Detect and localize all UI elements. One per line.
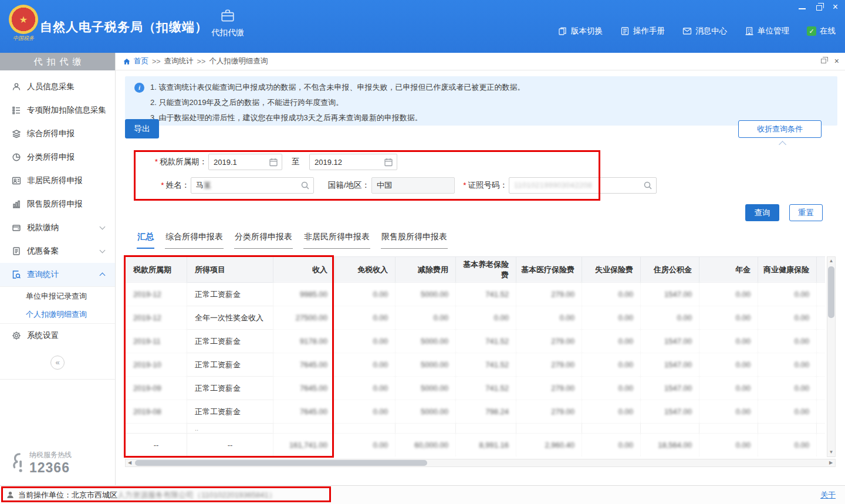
tab-summary[interactable]: 汇总: [137, 232, 154, 249]
id-number-field[interactable]: 110102199903042208: [509, 177, 657, 194]
tab-comprehensive-income[interactable]: 综合所得申报表: [165, 232, 224, 249]
breadcrumb-home[interactable]: 首页: [134, 56, 148, 66]
scroll-down-icon[interactable]: ▼: [827, 448, 835, 456]
scroll-right-icon[interactable]: ▶: [827, 459, 835, 466]
table-cell: 7645.00: [273, 353, 335, 377]
table-cell: 0.00: [582, 283, 641, 306]
sidebar-item-comprehensive-income-declaration[interactable]: 综合所得申报: [0, 122, 115, 146]
sidebar-item-unit-declaration-record-query[interactable]: 单位申报记录查询: [0, 287, 115, 305]
panel-close-icon[interactable]: ×: [834, 57, 839, 65]
table-cell: [396, 424, 456, 434]
tab-restricted-stock[interactable]: 限售股所得申报表: [381, 232, 448, 249]
wallet-icon: [12, 223, 21, 232]
nationality-label: 国籍/地区：: [324, 177, 370, 194]
table-row-partial: ..: [126, 424, 826, 434]
current-unit-value: 北京市西城区: [72, 490, 117, 500]
tab-classified-income[interactable]: 分类所得申报表: [234, 232, 293, 249]
panel-restore-icon[interactable]: [821, 59, 826, 63]
table-cell: 1547.00: [641, 377, 699, 400]
table-row: 2019-12正常工资薪金9985.000.005000.00741.52279…: [126, 283, 826, 306]
table-cell: 0.00: [335, 377, 396, 400]
tax-period-start-input[interactable]: [214, 158, 266, 167]
sidebar-menu: 人员信息采集 专项附加扣除信息采集 综合所得申报: [0, 70, 115, 347]
table-cell: 741.52: [456, 330, 516, 353]
user-icon: [6, 491, 15, 499]
close-icon[interactable]: ×: [833, 3, 838, 11]
name-field[interactable]: 马 某: [191, 177, 314, 194]
table-cell: 正常工资薪金: [187, 377, 273, 400]
export-button[interactable]: 导出: [125, 119, 159, 138]
scroll-up-icon[interactable]: ▲: [827, 257, 835, 265]
sidebar-item-restricted-stock-declaration[interactable]: 限售股所得申报: [0, 192, 115, 216]
horizontal-scrollbar[interactable]: ◀ ▶: [125, 459, 836, 467]
table-cell: [335, 424, 396, 434]
column-header: 免税收入: [335, 257, 396, 283]
table-cell: 741.52: [456, 377, 516, 400]
sidebar-item-nonresident-income-declaration[interactable]: 非居民所得申报: [0, 169, 115, 192]
tax-period-start-field[interactable]: [208, 154, 282, 170]
table-cell: 5000.00: [396, 400, 456, 424]
vertical-scroll-thumb[interactable]: [828, 266, 834, 318]
table-cell: [582, 424, 641, 434]
restore-icon[interactable]: [816, 5, 822, 11]
sidebar-item-personnel-info-collection[interactable]: 人员信息采集: [0, 75, 115, 99]
table-cell: 正常工资薪金: [187, 330, 273, 353]
tax-period-end-input[interactable]: [315, 158, 381, 167]
table-cell: 60,000.00: [396, 434, 456, 457]
sidebar-item-personal-withholding-detail-query[interactable]: 个人扣缴明细查询: [0, 305, 115, 323]
calendar-icon[interactable]: [384, 157, 393, 167]
horizontal-scroll-thumb[interactable]: [135, 460, 427, 466]
nav-manual[interactable]: 操作手册: [620, 26, 665, 36]
nationality-field[interactable]: 中国: [371, 177, 455, 194]
sidebar-collapse-row: «: [0, 347, 115, 380]
table-cell: 798.24: [456, 400, 516, 424]
sidebar-item-system-settings[interactable]: 系统设置: [0, 324, 115, 347]
tab-withholding-module[interactable]: 代扣代缴: [203, 8, 252, 38]
manual-icon: [620, 26, 630, 36]
tax-period-end-field[interactable]: [309, 154, 397, 170]
table-cell: --: [126, 434, 187, 457]
table-cell: 1547.00: [641, 283, 699, 306]
hotline-icon: [9, 451, 25, 475]
table-cell: 1547.00: [641, 400, 699, 424]
minimize-icon[interactable]: [799, 5, 806, 9]
current-unit-label: 当前操作单位：: [18, 490, 72, 500]
building-icon: [745, 26, 754, 36]
sidebar-collapse-button[interactable]: «: [50, 356, 65, 370]
table-cell: 1547.00: [641, 353, 699, 377]
breadcrumb-level1[interactable]: 查询统计: [164, 56, 194, 66]
sidebar-item-special-deduction-collection[interactable]: 专项附加扣除信息采集: [0, 99, 115, 122]
nav-version-switch[interactable]: 版本切换: [558, 26, 603, 36]
calendar-icon[interactable]: [269, 157, 278, 167]
table-cell: 正常工资薪金: [187, 400, 273, 424]
table-cell: [758, 424, 817, 434]
nav-online-status: ✓ 在线: [807, 26, 836, 36]
table-cell: 0.00: [396, 306, 456, 330]
reset-button[interactable]: 重置: [789, 204, 823, 221]
pie-chart-icon: [12, 153, 21, 162]
search-icon[interactable]: [300, 181, 310, 190]
table-cell: [817, 434, 826, 457]
tab-nonresident-income[interactable]: 非居民所得申报表: [303, 232, 370, 249]
sidebar-item-preferential-filing[interactable]: 优惠备案: [0, 239, 115, 263]
name-value-blurred: 某: [204, 180, 211, 191]
table-cell: 279.00: [516, 353, 582, 377]
scroll-left-icon[interactable]: ◀: [126, 459, 134, 466]
search-icon[interactable]: [643, 181, 653, 190]
sidebar-item-tax-payment[interactable]: 税款缴纳: [0, 216, 115, 239]
about-link[interactable]: 关于: [820, 490, 836, 500]
nav-unit-management[interactable]: 单位管理: [745, 26, 789, 36]
nav-message-center[interactable]: 消息中心: [682, 26, 727, 36]
query-button[interactable]: 查询: [745, 204, 779, 221]
vertical-scrollbar[interactable]: ▲ ▼: [827, 256, 836, 457]
current-unit-value-blurred: 人力资源服务有限公司（1101022019365841）: [117, 490, 276, 500]
table-cell: 全年一次性奖金收入: [187, 306, 273, 330]
caret-up-icon: [779, 141, 786, 148]
sidebar-item-query-statistics[interactable]: 查询统计: [0, 263, 115, 286]
column-header: 基本养老保险费: [456, 257, 516, 283]
sidebar-item-classified-income-declaration[interactable]: 分类所得申报: [0, 146, 115, 169]
table-cell: 0.00: [699, 306, 758, 330]
table-cell: ..: [187, 424, 273, 434]
notice-box: i 1. 该查询统计表仅能查询已申报成功的数据，不包含未申报、申报失败，已申报但…: [125, 76, 837, 126]
collapse-query-button[interactable]: 收折查询条件: [738, 120, 822, 138]
